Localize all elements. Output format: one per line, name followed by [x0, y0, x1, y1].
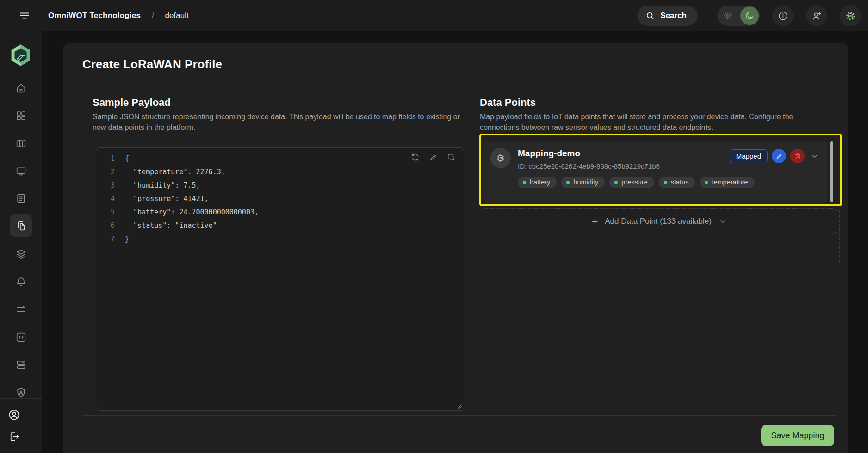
logout-icon — [8, 430, 20, 443]
layers-icon — [15, 248, 27, 260]
pencil-icon — [429, 153, 438, 162]
user-circle-icon — [8, 409, 20, 421]
grid-icon — [15, 110, 27, 122]
data-points-title: Data Points — [480, 97, 536, 109]
theme-toggle[interactable] — [717, 6, 760, 26]
breadcrumb-separator: / — [152, 12, 154, 20]
top-bar: OmniWOT Technologies / default Search — [0, 0, 868, 31]
save-mapping-button[interactable]: Save Mapping — [761, 425, 834, 446]
payload-json-editor[interactable]: 1{ 2 "temperature": 2276.3, 3 "humidity"… — [96, 147, 464, 411]
settings-button[interactable] — [840, 5, 861, 26]
info-button[interactable] — [772, 5, 794, 26]
sidebar-item-code[interactable] — [10, 326, 32, 348]
sidebar-item-profiles[interactable] — [10, 214, 32, 237]
sidebar-item-account[interactable] — [6, 407, 22, 422]
data-point-name: Mapping-demo — [518, 148, 755, 159]
add-data-point-button[interactable]: Add Data Point (133 available) — [480, 208, 837, 234]
sidebar-item-layers[interactable] — [10, 243, 32, 265]
sidebar-divider — [0, 398, 42, 399]
delete-mapping-button[interactable] — [790, 149, 805, 163]
gear-icon — [845, 11, 856, 21]
code-line: 1{ — [96, 152, 464, 165]
add-data-point-label: Add Data Point (133 available) — [605, 217, 712, 226]
editor-resize-handle[interactable] — [456, 403, 462, 409]
tag-status-dot — [614, 181, 618, 184]
sidebar-nav — [0, 31, 42, 453]
data-points-scrollbar[interactable] — [830, 141, 833, 202]
edit-mapping-button[interactable] — [772, 149, 786, 163]
code-line: 7} — [96, 233, 464, 246]
shield-user-icon — [15, 387, 27, 398]
code-line: 2 "temperature": 2276.3, — [96, 165, 464, 179]
monitor-icon — [15, 165, 27, 177]
bell-icon — [15, 276, 27, 288]
sidebar-item-logout[interactable] — [6, 429, 22, 444]
sample-payload-title: Sample Payload — [93, 97, 171, 109]
tag-status-dot — [664, 181, 667, 184]
data-point-avatar — [490, 148, 511, 168]
tag-status-dot — [523, 181, 526, 184]
expand-mapping-button[interactable] — [809, 150, 821, 162]
sidebar-item-notifications[interactable] — [10, 270, 32, 293]
refresh-icon — [410, 153, 420, 162]
sidebar-item-map[interactable] — [10, 132, 32, 154]
breadcrumb-current-project[interactable]: default — [165, 11, 189, 20]
sidebar-item-forms[interactable] — [10, 187, 32, 209]
code-line: 4 "pressure": 41421, — [96, 192, 464, 206]
chevron-down-icon — [719, 218, 727, 226]
copy-icon — [446, 153, 456, 162]
data-point-card[interactable]: Mapping-demo ID: cbc25e20-8262-4eb9-838c… — [483, 141, 827, 203]
sidebar-item-transfers[interactable] — [10, 298, 32, 320]
app-logo[interactable] — [8, 43, 33, 67]
dark-mode-moon-button[interactable] — [740, 6, 759, 25]
code-brackets-icon — [15, 331, 27, 343]
main-content-panel: Create LoRaWAN Profile Sample Payload Sa… — [63, 43, 848, 453]
home-icon — [15, 82, 27, 94]
sidebar-item-dashboard[interactable] — [10, 104, 32, 127]
sample-payload-description: Sample JSON structure representing incom… — [93, 111, 466, 133]
light-mode-sun-icon[interactable] — [723, 11, 733, 21]
moon-icon — [744, 11, 755, 21]
search-label: Search — [660, 11, 687, 20]
trash-icon — [794, 153, 801, 160]
code-line: 6 "status": "inactive" — [96, 219, 464, 233]
tag-pill[interactable]: temperature — [700, 177, 754, 188]
tag-pill[interactable]: humidity — [561, 177, 605, 188]
pencil-icon — [775, 153, 783, 160]
org-name[interactable]: OmniWOT Technologies — [48, 11, 141, 20]
server-icon — [15, 359, 27, 371]
tag-status-dot — [705, 181, 708, 184]
tag-pill[interactable]: battery — [518, 177, 557, 188]
transfer-arrows-icon — [15, 304, 27, 315]
plus-icon — [590, 217, 599, 226]
mapped-status-badge: Mapped — [730, 149, 768, 163]
tag-pill[interactable]: pressure — [609, 177, 654, 188]
search-button[interactable]: Search — [637, 6, 698, 26]
hamburger-menu-icon[interactable] — [19, 10, 31, 22]
code-line: 3 "humidity": 7.5, — [96, 179, 464, 192]
data-point-tags: battery humidity pressure status tempera… — [518, 177, 755, 188]
edit-payload-button[interactable] — [428, 152, 438, 162]
sidebar-item-security[interactable] — [10, 381, 32, 404]
tag-pill[interactable]: status — [659, 177, 695, 188]
sidebar-item-storage[interactable] — [10, 354, 32, 376]
invite-user-button[interactable] — [806, 5, 827, 26]
copy-payload-button[interactable] — [446, 152, 456, 162]
footer-divider — [82, 415, 836, 416]
document-icon — [15, 193, 27, 204]
payload-code[interactable]: 1{ 2 "temperature": 2276.3, 3 "humidity"… — [96, 148, 464, 246]
list-container-edge — [839, 210, 840, 263]
page-title: Create LoRaWAN Profile — [82, 57, 222, 72]
breadcrumb: OmniWOT Technologies / default — [48, 11, 189, 20]
regenerate-payload-button[interactable] — [410, 152, 420, 162]
data-points-description: Map payload fields to IoT data points th… — [480, 111, 826, 133]
tag-status-dot — [566, 181, 570, 184]
chip-icon — [495, 153, 506, 164]
map-icon — [15, 138, 27, 149]
data-point-id: ID: cbc25e20-8262-4eb9-838c-85b9219c71b6 — [518, 162, 755, 171]
sidebar-item-devices[interactable] — [10, 160, 32, 182]
code-line: 5 "battery": 24.700000000000003, — [96, 206, 464, 219]
user-plus-icon — [812, 11, 822, 21]
sidebar-item-home[interactable] — [10, 77, 32, 99]
info-icon — [778, 11, 788, 21]
